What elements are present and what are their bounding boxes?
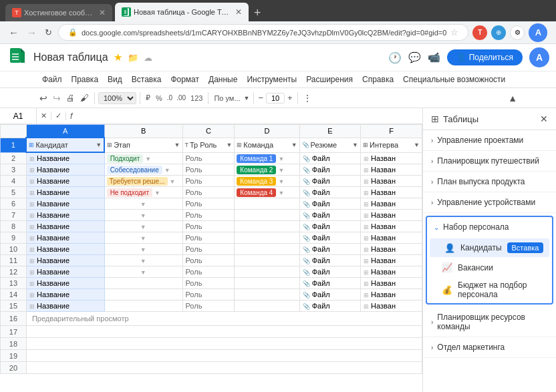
cell-d2[interactable]: Команда 1 ▼ [235, 152, 299, 164]
cell-c7[interactable]: Роль [182, 210, 235, 221]
cell-e14[interactable]: 📎 Файл [299, 289, 360, 301]
cell-a4[interactable]: ⊞ Название [26, 176, 104, 187]
cell-d4[interactable]: Команда 3 ▼ [235, 176, 299, 187]
cell-d3[interactable]: Команда 2 ▼ [235, 164, 299, 176]
section-header-projects[interactable]: › Управление проектами [423, 130, 556, 150]
cell-f5[interactable]: ⊞ Назван [361, 187, 422, 198]
cell-c12[interactable]: Роль [182, 266, 235, 278]
cell-c2[interactable]: Роль [182, 152, 235, 164]
ext-icon-3[interactable]: ⚙ [510, 25, 525, 40]
cell-f13[interactable]: ⊞ Назван [361, 278, 422, 289]
cell-d12[interactable] [235, 266, 299, 278]
formula-input[interactable] [76, 110, 422, 122]
user-avatar[interactable]: А [529, 47, 549, 67]
menu-tools[interactable]: Инструменты [242, 73, 301, 86]
cell-a1[interactable]: ⊞ Кандидат ▼ [26, 138, 104, 152]
ext-icon-2[interactable]: ⊕ [491, 25, 506, 40]
col-header-a[interactable]: A [26, 125, 104, 138]
cell-f7[interactable]: ⊞ Назван [361, 210, 422, 221]
history-icon[interactable]: 🕐 [388, 51, 402, 64]
menu-file[interactable]: Файл [37, 73, 67, 86]
cell-c1[interactable]: T Тр Роль ▼ [182, 138, 235, 152]
cell-e13[interactable]: 📎 Файл [299, 278, 360, 289]
template-item-candidates[interactable]: 👤 Кандидаты Вставка [430, 238, 549, 257]
share-button[interactable]: 👤 Поделиться [447, 49, 523, 65]
tab-inactive-close[interactable]: ✕ [99, 8, 106, 17]
comments-icon[interactable]: 💬 [408, 51, 421, 63]
cell-reference-input[interactable] [0, 108, 37, 124]
cell-f1[interactable]: ⊞ Интерва ▼ [361, 138, 422, 152]
cell-e7[interactable]: 📎 Файл [299, 210, 360, 221]
section-header-marketing[interactable]: › Отдел маркетинга [423, 337, 556, 357]
cell-f3[interactable]: ⊞ Назван [361, 164, 422, 176]
cell-f6[interactable]: ⊞ Назван [361, 198, 422, 210]
collapse-toolbar-btn[interactable]: ▲ [507, 91, 519, 105]
col-header-c[interactable]: C [182, 125, 235, 138]
cell-c9[interactable]: Роль [182, 232, 235, 244]
section-header-release[interactable]: › План выпуска продукта [423, 172, 556, 192]
more-button[interactable]: ⋮ [551, 26, 556, 39]
menu-help[interactable]: Справка [358, 73, 398, 86]
cell-d10[interactable] [235, 244, 299, 255]
paint-format-button[interactable]: 🖌 [78, 91, 91, 104]
plus-btn[interactable]: + [286, 93, 294, 103]
cell-b5[interactable]: Не подходит ▼ [104, 187, 182, 198]
cell-b10[interactable]: ▼ [104, 244, 182, 255]
cell-e3[interactable]: 📎 Файл [299, 164, 360, 176]
cell-d1[interactable]: ⊞ Команда ▼ [235, 138, 299, 152]
cell-d15[interactable] [235, 301, 299, 312]
currency-button[interactable]: ₽ [144, 92, 152, 104]
menu-insert[interactable]: Вставка [127, 73, 166, 86]
cell-c15[interactable]: Роль [182, 301, 235, 312]
cell-a6[interactable]: ⊞ Название [26, 198, 104, 210]
template-item-vacancies[interactable]: 📈 Вакансии [427, 258, 552, 276]
cell-b14[interactable] [104, 289, 182, 301]
menu-view[interactable]: Вид [103, 73, 127, 86]
insert-candidates-button[interactable]: Вставка [507, 242, 544, 253]
cell-a9[interactable]: ⊞ Название [26, 232, 104, 244]
redo-button[interactable]: ↪ [51, 91, 63, 105]
tab-active-close[interactable]: ✕ [235, 7, 242, 17]
cell-a13[interactable]: ⊞ Название [26, 278, 104, 289]
toolbar-format-chevron[interactable]: ▼ [244, 95, 250, 102]
cell-b7[interactable]: ▼ [104, 210, 182, 221]
cell-e6[interactable]: 📎 Файл [299, 198, 360, 210]
cell-d13[interactable] [235, 278, 299, 289]
cell-b6[interactable]: ▼ [104, 198, 182, 210]
menu-extensions[interactable]: Расширения [301, 73, 358, 86]
menu-data[interactable]: Данные [204, 73, 242, 86]
col-header-b[interactable]: B [104, 125, 182, 138]
cell-f15[interactable]: ⊞ Назван [361, 301, 422, 312]
cell-f9[interactable]: ⊞ Назван [361, 232, 422, 244]
cell-c6[interactable]: Роль [182, 198, 235, 210]
cell-f12[interactable]: ⊞ Назван [361, 266, 422, 278]
doc-title[interactable]: Новая таблица [33, 51, 108, 63]
panel-scroll[interactable]: › Управление проектами › Планировщик пут… [423, 130, 556, 392]
cell-b13[interactable] [104, 278, 182, 289]
cell-c4[interactable]: Роль [182, 176, 235, 187]
cell-b8[interactable]: ▼ [104, 221, 182, 232]
zoom-select[interactable]: 100% [98, 92, 136, 104]
cell-b1[interactable]: ⊞ Этап ▼ [104, 138, 182, 152]
cell-d11[interactable] [235, 255, 299, 266]
menu-format[interactable]: Формат [166, 73, 204, 86]
cell-c13[interactable]: Роль [182, 278, 235, 289]
percent-button[interactable]: % [154, 93, 164, 104]
section-header-recruitment[interactable]: ⌄ Набор персонала [427, 217, 552, 237]
undo-button[interactable]: ↩ [37, 91, 49, 105]
section-header-travel[interactable]: › Планировщик путешествий [423, 151, 556, 171]
cell-a3[interactable]: ⊞ Название [26, 164, 104, 176]
star-icon[interactable]: ★ [114, 51, 122, 63]
cell-d6[interactable] [235, 198, 299, 210]
cell-c10[interactable]: Роль [182, 244, 235, 255]
user-avatar[interactable]: А [529, 23, 547, 42]
cell-f4[interactable]: ⊞ Назван [361, 176, 422, 187]
cell-c8[interactable]: Роль [182, 221, 235, 232]
cell-e11[interactable]: 📎 Файл [299, 255, 360, 266]
cell-e1[interactable]: 📎 Резюме ▼ [299, 138, 360, 152]
cell-a15[interactable]: ⊞ Название [26, 301, 104, 312]
cell-c3[interactable]: Роль [182, 164, 235, 176]
cell-b11[interactable]: ▼ [104, 255, 182, 266]
tab-inactive[interactable]: T Хостинговое сообщество «Т»... ✕ [5, 4, 112, 21]
ext-icon-1[interactable]: T [472, 25, 487, 40]
